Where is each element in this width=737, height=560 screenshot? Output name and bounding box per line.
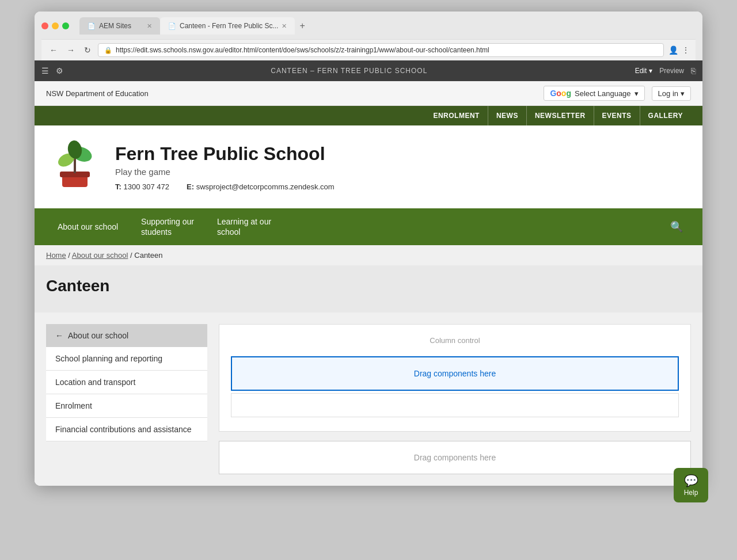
sidebar-item-location[interactable]: Location and transport [46,371,207,394]
top-navigation: ENROLMENT NEWS NEWSLETTER EVENTS GALLERY [35,106,702,125]
school-phone: T: 1300 307 472 [115,182,169,191]
column-control-box: Column control Drag components here [219,324,691,432]
browser-toolbar: ← → ↻ 🔒 https://edit.sws.schools.nsw.gov… [41,39,696,60]
help-button[interactable]: 💬 Help [674,468,708,502]
browser-tabs: 📄 AEM Sites ✕ 📄 Canteen - Fern Tree Publ… [79,17,310,35]
close-traffic-light[interactable] [41,22,48,29]
search-icon[interactable]: 🔍 [662,212,691,241]
login-chevron-icon: ▾ [681,89,685,98]
nav-news[interactable]: NEWS [488,106,527,125]
help-chat-icon: 💬 [682,474,700,487]
page-content: NSW Department of Education Goog Select … [35,81,702,486]
traffic-lights [41,22,69,29]
share-icon[interactable]: ⎘ [691,66,696,75]
select-language-label: Select Language [575,89,631,98]
sidebar-back-button[interactable]: ← About our school [46,324,207,347]
browser-chrome: 📄 AEM Sites ✕ 📄 Canteen - Fern Tree Publ… [35,12,702,60]
browser-actions: 👤 ⋮ [668,45,690,55]
reload-button[interactable]: ↻ [82,44,93,56]
drag-components-box-2[interactable]: Drag components here [219,441,691,474]
content-area: Column control Drag components here Drag… [219,324,691,474]
breadcrumb: Home / About our school / Canteen [35,245,702,265]
page-title: Canteen [46,277,691,295]
sidebar-item-financial[interactable]: Financial contributions and assistance [46,418,207,441]
top-bar-right: Goog Select Language ▾ Log in ▾ [544,86,691,101]
back-arrow-icon: ← [55,331,63,340]
school-name: Fern Tree Public School [115,143,335,165]
select-language-button[interactable]: Goog Select Language ▾ [544,86,644,101]
top-bar: NSW Department of Education Goog Select … [35,81,702,106]
tab-canteen[interactable]: 📄 Canteen - Fern Tree Public Sc... ✕ [160,17,295,35]
preview-button[interactable]: Preview [659,67,684,75]
nav-newsletter[interactable]: NEWSLETTER [527,106,594,125]
sidebar-toggle-icon[interactable]: ☰ [41,66,49,75]
svg-rect-2 [74,157,76,173]
sidebar-item-school-planning[interactable]: School planning and reporting [46,347,207,371]
url-bar[interactable]: 🔒 https://edit.sws.schools.nsw.gov.au/ed… [98,43,664,57]
nav-gallery[interactable]: GALLERY [640,106,691,125]
breadcrumb-home[interactable]: Home [46,251,66,260]
back-button[interactable]: ← [47,44,60,56]
url-text: https://edit.sws.schools.nsw.gov.au/edit… [116,46,489,54]
breadcrumb-current: Canteen [134,251,162,260]
tab-icon-aem: 📄 [88,22,96,30]
chevron-down-icon: ▾ [649,67,652,75]
profile-icon[interactable]: 👤 [668,45,678,55]
sidebar: ← About our school School planning and r… [46,324,207,441]
aem-toolbar-right: Edit ▾ Preview ⎘ [635,66,696,75]
nav-events[interactable]: EVENTS [594,106,640,125]
school-logo [46,137,104,197]
main-navigation: About our school Supporting our students… [35,208,702,245]
settings-icon[interactable]: ⚙ [56,66,63,75]
lock-icon: 🔒 [104,47,112,54]
maximize-traffic-light[interactable] [62,22,69,29]
edit-button[interactable]: Edit ▾ [635,67,653,75]
sidebar-item-enrolment[interactable]: Enrolment [46,394,207,418]
tab-aem-sites[interactable]: 📄 AEM Sites ✕ [79,17,160,35]
school-header: Fern Tree Public School Play the game T:… [35,125,702,208]
school-info: Fern Tree Public School Play the game T:… [115,143,335,191]
help-label: Help [682,489,700,497]
browser-titlebar: 📄 AEM Sites ✕ 📄 Canteen - Fern Tree Publ… [41,17,696,35]
school-tagline: Play the game [115,167,335,177]
new-tab-button[interactable]: + [295,17,309,35]
sidebar-back-label: About our school [68,331,128,340]
drag-components-box-1[interactable]: Drag components here [231,356,679,391]
login-button[interactable]: Log in ▾ [652,86,691,101]
main-nav-learning[interactable]: Learning at our school [206,208,283,245]
aem-toolbar: ☰ ⚙ CANTEEN – FERN TREE PUBLIC SCHOOL Ed… [35,60,702,81]
minimize-traffic-light[interactable] [52,22,59,29]
aem-page-title: CANTEEN – FERN TREE PUBLIC SCHOOL [63,67,635,75]
language-chevron-icon: ▾ [635,89,639,98]
school-email: E: swsproject@detcorpcomms.zendesk.com [187,182,335,191]
menu-icon[interactable]: ⋮ [682,45,690,55]
main-nav-about[interactable]: About our school [46,214,130,240]
google-logo: Goog [550,89,571,98]
breadcrumb-about[interactable]: About our school [72,251,128,260]
column-control-label: Column control [231,336,679,345]
drag-empty-box [231,393,679,417]
main-nav-supporting[interactable]: Supporting our students [130,208,206,245]
tab-icon-canteen: 📄 [168,22,176,30]
tab-close-canteen[interactable]: ✕ [282,22,287,30]
dept-name: NSW Department of Education [46,89,149,98]
aem-toolbar-left: ☰ ⚙ [41,66,63,75]
browser-window: 📄 AEM Sites ✕ 📄 Canteen - Fern Tree Publ… [35,12,702,486]
tab-label-aem: AEM Sites [99,22,131,30]
tab-label-canteen: Canteen - Fern Tree Public Sc... [180,22,278,30]
nav-enrolment[interactable]: ENROLMENT [425,106,488,125]
tab-close-aem[interactable]: ✕ [147,22,152,30]
main-layout: ← About our school School planning and r… [35,313,702,486]
school-contact: T: 1300 307 472 E: swsproject@detcorpcom… [115,182,335,191]
page-title-section: Canteen [35,265,702,313]
forward-button[interactable]: → [64,44,77,56]
